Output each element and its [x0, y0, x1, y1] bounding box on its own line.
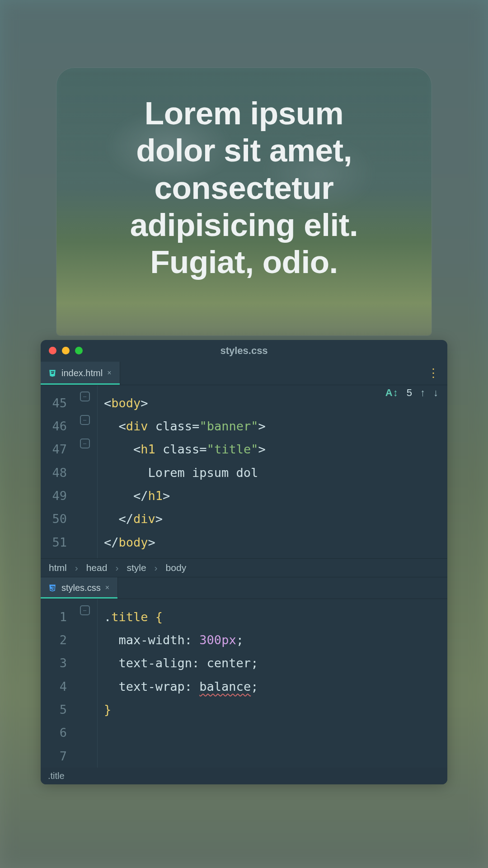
find-next-icon[interactable]: ↓: [433, 387, 438, 399]
css-code-pane[interactable]: 1234567 − .title { max-width: 300px; tex…: [41, 599, 447, 768]
find-results-controls[interactable]: A↕ 5 ↑ ↓: [385, 387, 438, 399]
find-prev-icon[interactable]: ↑: [420, 387, 425, 399]
line-numbers: 1234567: [41, 599, 72, 768]
css-file-icon: [48, 583, 57, 592]
chevron-right-icon: ›: [75, 562, 78, 573]
fold-button-icon[interactable]: −: [80, 415, 90, 425]
tab-index-html[interactable]: index.html ×: [41, 362, 120, 385]
breadcrumb-item[interactable]: html: [49, 562, 67, 573]
browser-preview: Lorem ipsum dolor sit amet, consectetur …: [56, 68, 432, 335]
maximize-icon[interactable]: [75, 347, 83, 354]
fold-button-icon[interactable]: −: [80, 605, 90, 615]
breadcrumb-item[interactable]: head: [86, 562, 108, 573]
window-titlebar: styles.css: [41, 340, 447, 362]
find-count: 5: [407, 387, 412, 399]
editor-tabs-bottom: styles.css ×: [41, 577, 447, 599]
tab-overflow-menu-icon[interactable]: ⋮: [419, 362, 447, 385]
html-code-pane[interactable]: 45464748495051 − − − <body> <div class="…: [41, 385, 447, 558]
match-case-icon[interactable]: A↕: [385, 387, 399, 399]
minimize-icon[interactable]: [62, 347, 70, 354]
tab-label: index.html: [61, 368, 103, 378]
fold-button-icon[interactable]: −: [80, 392, 90, 401]
tab-styles-css[interactable]: styles.css ×: [41, 577, 118, 599]
breadcrumb-item[interactable]: style: [127, 562, 146, 573]
code-text[interactable]: .title { max-width: 300px; text-align: c…: [98, 599, 258, 768]
fold-gutter[interactable]: − − −: [72, 385, 98, 558]
tab-label: styles.css: [61, 583, 101, 593]
fold-gutter[interactable]: −: [72, 599, 98, 768]
window-title: styles.css: [220, 345, 267, 357]
chevron-right-icon: ›: [115, 562, 118, 573]
line-numbers: 45464748495051: [41, 385, 72, 558]
html-file-icon: [48, 368, 57, 377]
tab-close-icon[interactable]: ×: [105, 584, 109, 592]
window-controls[interactable]: [49, 347, 83, 354]
statusbar-selector: .title: [41, 768, 447, 784]
code-editor-window: styles.css index.html × ⋮ A↕ 5 ↑ ↓ 45464…: [41, 340, 447, 784]
fold-button-icon[interactable]: −: [80, 439, 90, 448]
breadcrumb-item[interactable]: body: [166, 562, 187, 573]
tab-close-icon[interactable]: ×: [107, 369, 111, 377]
editor-tabs-top: index.html × ⋮: [41, 362, 447, 385]
preview-title: Lorem ipsum dolor sit amet, consectetur …: [108, 95, 380, 281]
code-text[interactable]: <body> <div class="banner"> <h1 class="t…: [98, 385, 266, 558]
close-icon[interactable]: [49, 347, 56, 354]
breadcrumb[interactable]: html›head›style›body: [41, 558, 447, 577]
chevron-right-icon: ›: [155, 562, 158, 573]
